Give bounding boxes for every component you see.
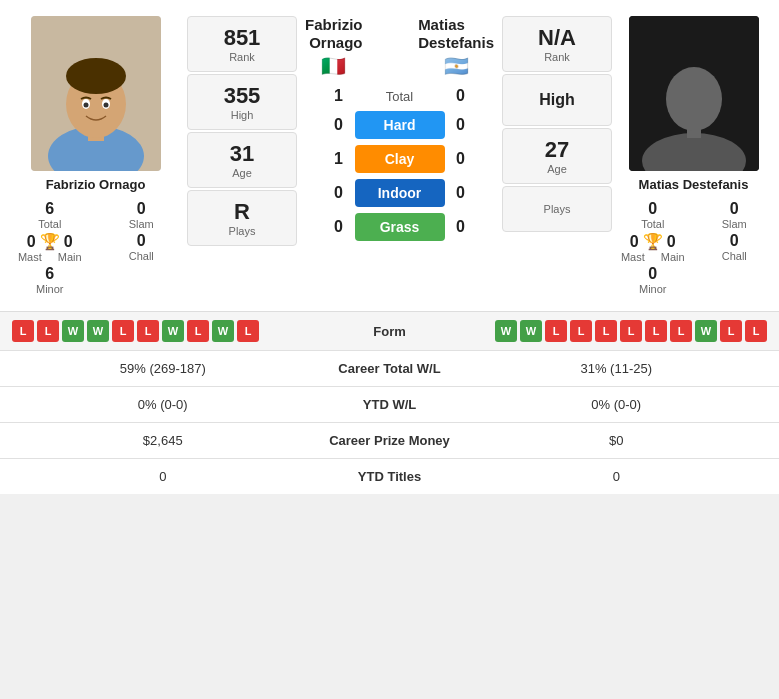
clay-p1: 1 bbox=[329, 150, 349, 168]
player2-photo bbox=[629, 16, 759, 171]
player1-stats-box: 851 Rank 355 High 31 Age R Plays bbox=[187, 16, 297, 295]
player2-total-cell: 0 Total bbox=[616, 200, 690, 230]
player1-chall-lbl: Chall bbox=[129, 250, 154, 262]
indoor-p1: 0 bbox=[329, 184, 349, 202]
clay-row: 1 Clay 0 bbox=[305, 145, 494, 173]
player2-high-card: High bbox=[502, 74, 612, 126]
form-badge-p1: W bbox=[162, 320, 184, 342]
player2-plays-lbl: Plays bbox=[507, 203, 607, 215]
form-badge-p1: L bbox=[112, 320, 134, 342]
form-badge-p2: L bbox=[745, 320, 767, 342]
stats-row-p2-val: 0% (0-0) bbox=[470, 397, 764, 412]
player1-high-card: 355 High bbox=[187, 74, 297, 130]
player1-plays-val: R bbox=[192, 199, 292, 225]
player2-flag: 🇦🇷 bbox=[418, 54, 494, 78]
total-p1: 1 bbox=[329, 87, 349, 105]
player1-mast-lbl: Mast bbox=[18, 251, 42, 263]
stats-row-label: YTD W/L bbox=[310, 397, 470, 412]
hard-btn[interactable]: Hard bbox=[355, 111, 445, 139]
hard-p2: 0 bbox=[451, 116, 471, 134]
player2-stats-box: N/A Rank High 27 Age Plays bbox=[502, 16, 612, 295]
clay-btn[interactable]: Clay bbox=[355, 145, 445, 173]
player1-flag: 🇮🇹 bbox=[305, 54, 363, 78]
grass-row: 0 Grass 0 bbox=[305, 213, 494, 241]
player2-chall-val: 0 bbox=[730, 232, 739, 250]
stats-row-p1-val: $2,645 bbox=[16, 433, 310, 448]
stats-row-p2-val: 0 bbox=[470, 469, 764, 484]
grass-p2: 0 bbox=[451, 218, 471, 236]
form-badge-p1: L bbox=[237, 320, 259, 342]
player2-chall-cell: 0 Chall bbox=[698, 232, 772, 263]
player2-total-val: 0 bbox=[648, 200, 657, 218]
stats-row-p2-val: $0 bbox=[470, 433, 764, 448]
player2-trophy-icon: 🏆 bbox=[643, 232, 663, 251]
player-names-row: Fabrizio Ornago 🇮🇹 Matias Destefanis 🇦🇷 bbox=[305, 16, 494, 80]
clay-p2: 0 bbox=[451, 150, 471, 168]
form-badge-p1: L bbox=[137, 320, 159, 342]
form-badge-p2: L bbox=[720, 320, 742, 342]
player2-age-val: 27 bbox=[507, 137, 607, 163]
player1-name-line1: Fabrizio bbox=[305, 16, 363, 34]
player2-rank-card: N/A Rank bbox=[502, 16, 612, 72]
player1-high-lbl: High bbox=[192, 109, 292, 121]
player1-name-top: Fabrizio Ornago 🇮🇹 bbox=[305, 16, 363, 80]
player2-rank-val: N/A bbox=[507, 25, 607, 51]
player1-slam-val: 0 bbox=[137, 200, 146, 218]
player2-name-line1: Matias bbox=[418, 16, 494, 34]
stats-row: 59% (269-187) Career Total W/L 31% (11-2… bbox=[0, 350, 779, 386]
player2-section: Matias Destefanis 0 Total 0 Slam 0 🏆 0 bbox=[616, 16, 771, 295]
indoor-p2: 0 bbox=[451, 184, 471, 202]
player1-chall-val: 0 bbox=[137, 232, 146, 250]
player2-name: Matias Destefanis bbox=[639, 177, 749, 192]
stats-row-p2-val: 31% (11-25) bbox=[470, 361, 764, 376]
player2-name-line2: Destefanis bbox=[418, 34, 494, 52]
player2-main-val: 0 bbox=[667, 233, 676, 251]
form-badge-p2: L bbox=[670, 320, 692, 342]
form-badge-p1: W bbox=[87, 320, 109, 342]
player2-plays-card: Plays bbox=[502, 186, 612, 232]
form-badge-p2: L bbox=[545, 320, 567, 342]
grass-p1: 0 bbox=[329, 218, 349, 236]
player1-minor-val: 6 bbox=[45, 265, 54, 283]
stats-row-label: YTD Titles bbox=[310, 469, 470, 484]
player2-name-top: Matias Destefanis 🇦🇷 bbox=[418, 16, 494, 80]
match-section: Fabrizio Ornago 🇮🇹 Matias Destefanis 🇦🇷 … bbox=[301, 16, 498, 295]
form-badge-p2: L bbox=[595, 320, 617, 342]
player1-stats-grid: 6 Total 0 Slam 0 🏆 0 Mast Main bbox=[8, 200, 183, 295]
player1-main-lbl: Main bbox=[58, 251, 82, 263]
player2-total-lbl: Total bbox=[641, 218, 664, 230]
player2-mast-val: 0 bbox=[630, 233, 639, 251]
player2-minor-val: 0 bbox=[648, 265, 657, 283]
indoor-btn[interactable]: Indoor bbox=[355, 179, 445, 207]
player1-age-card: 31 Age bbox=[187, 132, 297, 188]
player1-total-val: 6 bbox=[45, 200, 54, 218]
player2-mast-cell: 0 🏆 0 Mast Main bbox=[616, 232, 690, 263]
player1-high-val: 355 bbox=[192, 83, 292, 109]
grass-btn[interactable]: Grass bbox=[355, 213, 445, 241]
form-badge-p2: L bbox=[570, 320, 592, 342]
player1-photo bbox=[31, 16, 161, 171]
total-row: 1 Total 0 bbox=[305, 87, 494, 105]
player1-mast-cell: 0 🏆 0 Mast Main bbox=[8, 232, 92, 263]
form-badge-p2: L bbox=[620, 320, 642, 342]
player2-stats-grid: 0 Total 0 Slam 0 🏆 0 Mast Main bbox=[616, 200, 771, 295]
player1-slam-cell: 0 Slam bbox=[100, 200, 184, 230]
player2-minor-cell: 0 Minor bbox=[616, 265, 690, 295]
form-badge-p2: W bbox=[495, 320, 517, 342]
player1-name-line2: Ornago bbox=[305, 34, 363, 52]
form-badge-p1: L bbox=[37, 320, 59, 342]
form-badge-p1: L bbox=[12, 320, 34, 342]
career-stats-section: 59% (269-187) Career Total W/L 31% (11-2… bbox=[0, 350, 779, 494]
player1-name: Fabrizio Ornago bbox=[46, 177, 146, 192]
hard-row: 0 Hard 0 bbox=[305, 111, 494, 139]
form-badge-p2: W bbox=[520, 320, 542, 342]
player1-slam-lbl: Slam bbox=[129, 218, 154, 230]
player1-rank-lbl: Rank bbox=[192, 51, 292, 63]
stats-row-p1-val: 0% (0-0) bbox=[16, 397, 310, 412]
main-container: Fabrizio Ornago 6 Total 0 Slam 0 🏆 0 bbox=[0, 0, 779, 494]
form-badge-p1: W bbox=[212, 320, 234, 342]
stats-row: $2,645 Career Prize Money $0 bbox=[0, 422, 779, 458]
form-label: Form bbox=[350, 324, 430, 339]
player1-form-badges: LLWWLLWLWL bbox=[12, 320, 342, 342]
player2-mast-lbl: Mast bbox=[621, 251, 645, 263]
